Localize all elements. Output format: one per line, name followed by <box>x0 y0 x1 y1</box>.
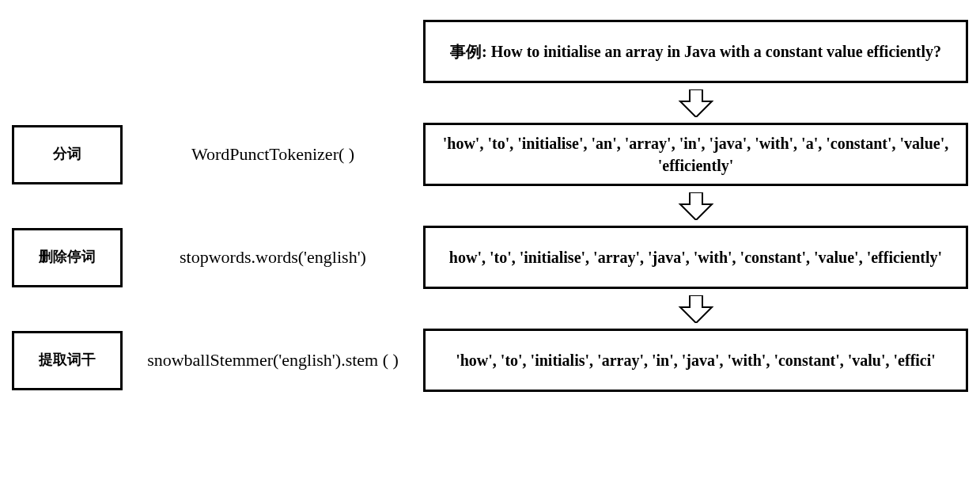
arrow-1 <box>423 87 968 119</box>
arrow-2 <box>423 190 968 222</box>
pipeline-diagram: 事例: How to initialise an array in Java w… <box>12 12 968 400</box>
step2-label: 删除停词 <box>39 248 96 266</box>
step2-code: stopwords.words('english') <box>123 247 423 268</box>
example-prefix: 事例: <box>450 43 487 60</box>
step1-label: 分词 <box>53 145 81 163</box>
step3-label-box: 提取词干 <box>12 331 123 390</box>
example-box: 事例: How to initialise an array in Java w… <box>423 20 968 83</box>
step1-output: 'how', 'to', 'initialise', 'an', 'array'… <box>437 132 954 177</box>
step1-code: WordPunctTokenizer( ) <box>123 144 423 165</box>
step1-label-box: 分词 <box>12 125 123 184</box>
arrow-3 <box>423 293 968 325</box>
step3-output-box: 'how', 'to', 'initialis', 'array', 'in',… <box>423 329 968 392</box>
step2-label-box: 删除停词 <box>12 228 123 287</box>
example-text: How to initialise an array in Java with … <box>491 43 941 60</box>
step1-output-box: 'how', 'to', 'initialise', 'an', 'array'… <box>423 123 968 186</box>
step3-label: 提取词干 <box>39 351 96 369</box>
step3-output: 'how', 'to', 'initialis', 'array', 'in',… <box>456 349 936 371</box>
step2-output: how', 'to', 'initialise', 'array', 'java… <box>449 246 942 268</box>
step2-output-box: how', 'to', 'initialise', 'array', 'java… <box>423 226 968 289</box>
step3-code: snowballStemmer('english').stem ( ) <box>123 350 423 371</box>
